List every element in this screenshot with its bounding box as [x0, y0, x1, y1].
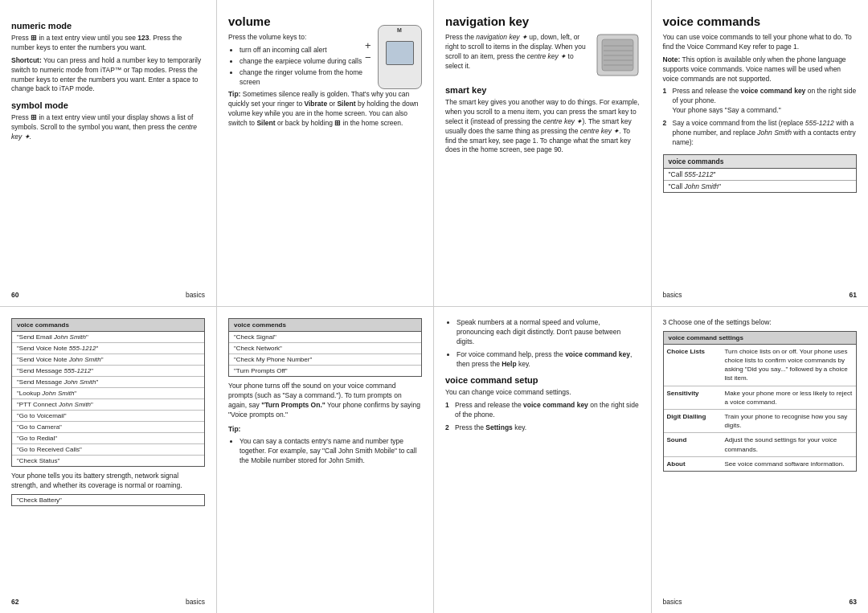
page-label-basics-61: basics: [663, 291, 682, 299]
section-title-symbol: symbol mode: [11, 100, 205, 110]
voice-commands-table-2: voice commends "Check Signal" "Check Net…: [228, 318, 422, 377]
voice-commands-step-2: 2 Say a voice command from the list (rep…: [663, 119, 858, 148]
page-number-62: 62: [11, 598, 18, 606]
cmd-row: "Go to Voicemail": [12, 411, 204, 422]
settings-row-about: About See voice command software informa…: [664, 457, 857, 471]
cmd-row: "Send Voice Note John Smith": [12, 354, 204, 366]
bullet-item: For voice command help, press the voice …: [457, 350, 640, 370]
cmd-row: "Go to Received Calls": [12, 444, 204, 456]
cmd-row: "Go to Redial": [12, 433, 204, 444]
check-battery-row: "Check Battery": [11, 494, 205, 506]
volume-list-item: turn off an incoming call alert: [240, 46, 373, 55]
volume-list: turn off an incoming call alert change t…: [240, 46, 373, 88]
page-label-basics-63: basics: [663, 598, 682, 606]
tip-list-item: You can say a contacts entry's name and …: [240, 437, 422, 466]
prompts-off-description: Your phone turns off the sound on your v…: [228, 382, 422, 420]
settings-row-sound: Sound Adjust the sound settings for your…: [664, 433, 857, 456]
section-title-smart-key: smart key: [445, 85, 640, 95]
cmd-row: "Go to Camera": [12, 422, 204, 433]
page-label-basics-60: basics: [186, 291, 205, 299]
vc-table-header: voice commands: [664, 155, 857, 169]
voice-command-setup-p1: You can change voice command settings.: [445, 388, 640, 398]
cmd-row: "Check Battery": [12, 495, 204, 505]
page-label-basics-62: basics: [186, 598, 205, 606]
page-number-63: 63: [850, 598, 857, 606]
voice-commands-table-1: voice commands "Send Email John Smith" "…: [11, 318, 205, 467]
phone-image: +− M: [378, 25, 422, 89]
volume-list-item: change the earpiece volume during calls: [240, 57, 373, 67]
numeric-mode-shortcut: Shortcut: You can press and hold a numbe…: [11, 56, 205, 95]
cmd-row: "Send Email John Smith": [12, 332, 204, 343]
voice-command-settings-table: voice command settings Choice Lists Turn…: [663, 331, 858, 472]
cmd-row: "Send Voice Note 555-1212": [12, 343, 204, 354]
page-number-60: 60: [11, 291, 18, 299]
smart-key-p1: The smart key gives you another way to d…: [445, 98, 640, 155]
cmd-row: "Check Signal": [229, 332, 421, 343]
voice-commands-p1: You can use voice commands to tell your …: [663, 33, 858, 52]
section-title-voice-commands: voice commands: [663, 14, 858, 28]
cmd-table-header-2: voice commends: [229, 319, 421, 332]
settings-row-sensitivity: Sensitivity Make your phone more or less…: [664, 386, 857, 410]
voice-commands-note: Note: This option is available only when…: [663, 55, 858, 84]
section-title-navigation-key: navigation key: [445, 14, 640, 28]
bullet-item: Speak numbers at a normal speed and volu…: [457, 318, 640, 347]
cmd-row: "Check My Phone Number": [229, 354, 421, 366]
svg-rect-1: [602, 39, 633, 71]
cmd-row: "Send Message John Smith": [12, 377, 204, 388]
cmd-row: "Send Message 555-1212": [12, 366, 204, 377]
settings-row-choice-lists: Choice Lists Turn choice lists on or off…: [664, 345, 857, 386]
cmd-row: "Check Network": [229, 343, 421, 354]
cmd-row: "Turn Prompts Off": [229, 366, 421, 376]
volume-list-item: change the ringer volume from the home s…: [240, 68, 373, 88]
settings-table-header: voice command settings: [664, 332, 857, 345]
cmd-table-header-1: voice commands: [12, 319, 204, 332]
numeric-mode-p1: Press ⊞ in a text entry view until you s…: [11, 34, 205, 53]
voice-commands-step-1: 1 Press and release the voice command ke…: [663, 87, 858, 116]
setup-step-2: 2 Press the Settings key.: [445, 423, 640, 433]
symbol-mode-p1: Press ⊞ in a text entry view until your …: [11, 113, 205, 142]
cmd-row: "Check Status": [12, 456, 204, 466]
section-title-numeric: numeric mode: [11, 21, 205, 31]
cmd-row: "Lookup John Smith": [12, 388, 204, 399]
tip-label: Tip:: [228, 425, 422, 435]
vc-row: "Call 555-1212": [664, 169, 857, 181]
nav-key-p1: Press the navigation key ✦ up, down, lef…: [445, 33, 591, 72]
volume-tip: Tip: Sometimes silence really is golden.…: [228, 90, 422, 129]
setup-step-1: 1 Press and release the voice command ke…: [445, 401, 640, 420]
choose-settings-intro: 3 Choose one of the settings below:: [663, 318, 858, 328]
voice-commands-table-top-right: voice commands "Call 555-1212" "Call Joh…: [663, 154, 858, 193]
volume-intro: Press the volume keys to:: [228, 33, 373, 43]
section-title-voice-command-setup: voice command setup: [445, 375, 640, 385]
page-number-61: 61: [850, 291, 857, 299]
voice-cmd-bullets: Speak numbers at a normal speed and volu…: [457, 318, 640, 369]
settings-row-digit-dialling: Digit Dialling Train your phone to recog…: [664, 410, 857, 433]
vc-row: "Call John Smith": [664, 181, 857, 192]
cmd-row-ptt-connect: "PTT Connect John Smith": [12, 399, 204, 411]
tip-list: You can say a contacts entry's name and …: [240, 437, 422, 466]
nav-key-image: [596, 33, 640, 79]
check-status-description: Your phone tells you its battery strengt…: [11, 472, 205, 491]
